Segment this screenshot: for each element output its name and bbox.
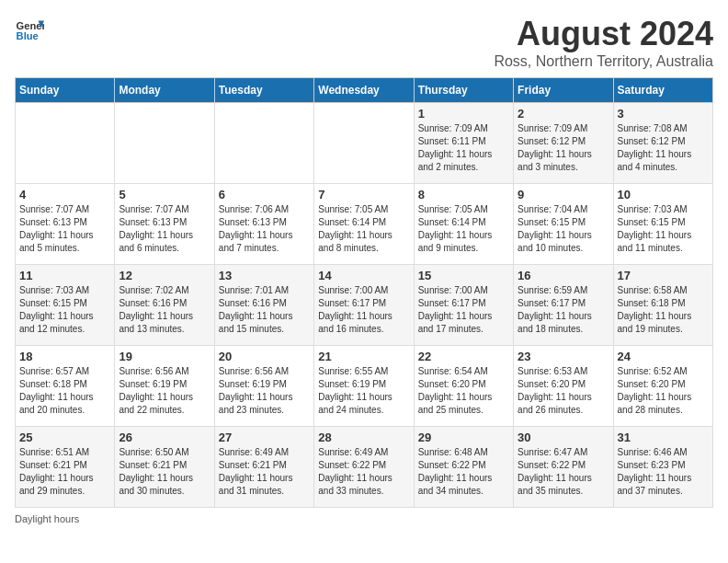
day-number: 20 bbox=[219, 350, 310, 363]
day-info: Sunrise: 6:55 AM Sunset: 6:19 PM Dayligh… bbox=[318, 365, 409, 417]
day-cell: 18Sunrise: 6:57 AM Sunset: 6:18 PM Dayli… bbox=[16, 346, 115, 427]
day-cell: 3Sunrise: 7:08 AM Sunset: 6:12 PM Daylig… bbox=[613, 103, 712, 184]
col-header-friday: Friday bbox=[514, 78, 613, 103]
day-info: Sunrise: 6:57 AM Sunset: 6:18 PM Dayligh… bbox=[19, 365, 110, 417]
day-number: 27 bbox=[219, 431, 310, 444]
day-cell: 12Sunrise: 7:02 AM Sunset: 6:16 PM Dayli… bbox=[115, 265, 214, 346]
day-info: Sunrise: 7:03 AM Sunset: 6:15 PM Dayligh… bbox=[19, 284, 110, 336]
day-number: 5 bbox=[119, 188, 210, 201]
day-number: 28 bbox=[318, 431, 409, 444]
day-cell: 5Sunrise: 7:07 AM Sunset: 6:13 PM Daylig… bbox=[115, 184, 214, 265]
day-info: Sunrise: 6:59 AM Sunset: 6:17 PM Dayligh… bbox=[518, 284, 609, 336]
day-cell: 8Sunrise: 7:05 AM Sunset: 6:14 PM Daylig… bbox=[414, 184, 513, 265]
col-header-sunday: Sunday bbox=[16, 78, 115, 103]
day-info: Sunrise: 7:03 AM Sunset: 6:15 PM Dayligh… bbox=[618, 203, 709, 255]
day-info: Sunrise: 7:09 AM Sunset: 6:11 PM Dayligh… bbox=[418, 122, 509, 174]
day-cell: 28Sunrise: 6:49 AM Sunset: 6:22 PM Dayli… bbox=[314, 427, 414, 508]
day-cell bbox=[115, 103, 214, 184]
day-info: Sunrise: 6:46 AM Sunset: 6:23 PM Dayligh… bbox=[618, 446, 709, 498]
week-row-3: 11Sunrise: 7:03 AM Sunset: 6:15 PM Dayli… bbox=[16, 265, 713, 346]
day-number: 19 bbox=[119, 350, 210, 363]
title-area: August 2024 Ross, Northern Territory, Au… bbox=[494, 15, 713, 70]
day-info: Sunrise: 7:05 AM Sunset: 6:14 PM Dayligh… bbox=[418, 203, 509, 255]
day-number: 6 bbox=[219, 188, 310, 201]
day-info: Sunrise: 7:01 AM Sunset: 6:16 PM Dayligh… bbox=[219, 284, 310, 336]
day-info: Sunrise: 7:09 AM Sunset: 6:12 PM Dayligh… bbox=[518, 122, 609, 174]
day-cell: 2Sunrise: 7:09 AM Sunset: 6:12 PM Daylig… bbox=[514, 103, 613, 184]
day-number: 31 bbox=[618, 431, 709, 444]
col-header-wednesday: Wednesday bbox=[314, 78, 414, 103]
day-info: Sunrise: 7:02 AM Sunset: 6:16 PM Dayligh… bbox=[119, 284, 210, 336]
header: General Blue August 2024 Ross, Northern … bbox=[15, 15, 713, 70]
day-number: 9 bbox=[518, 188, 609, 201]
day-cell: 7Sunrise: 7:05 AM Sunset: 6:14 PM Daylig… bbox=[314, 184, 414, 265]
day-cell: 27Sunrise: 6:49 AM Sunset: 6:21 PM Dayli… bbox=[214, 427, 313, 508]
day-info: Sunrise: 6:53 AM Sunset: 6:20 PM Dayligh… bbox=[518, 365, 609, 417]
day-cell: 16Sunrise: 6:59 AM Sunset: 6:17 PM Dayli… bbox=[514, 265, 613, 346]
day-info: Sunrise: 7:07 AM Sunset: 6:13 PM Dayligh… bbox=[119, 203, 210, 255]
col-header-thursday: Thursday bbox=[414, 78, 513, 103]
day-cell: 29Sunrise: 6:48 AM Sunset: 6:22 PM Dayli… bbox=[414, 427, 513, 508]
day-number: 14 bbox=[318, 269, 409, 282]
day-number: 26 bbox=[119, 431, 210, 444]
col-header-monday: Monday bbox=[115, 78, 214, 103]
day-cell: 31Sunrise: 6:46 AM Sunset: 6:23 PM Dayli… bbox=[613, 427, 712, 508]
day-cell bbox=[214, 103, 313, 184]
day-cell: 1Sunrise: 7:09 AM Sunset: 6:11 PM Daylig… bbox=[414, 103, 513, 184]
day-number: 8 bbox=[418, 188, 509, 201]
day-cell: 9Sunrise: 7:04 AM Sunset: 6:15 PM Daylig… bbox=[514, 184, 613, 265]
day-number: 4 bbox=[19, 188, 110, 201]
col-header-saturday: Saturday bbox=[613, 78, 712, 103]
header-row: SundayMondayTuesdayWednesdayThursdayFrid… bbox=[16, 78, 713, 103]
day-number: 18 bbox=[19, 350, 110, 363]
day-number: 15 bbox=[418, 269, 509, 282]
day-info: Sunrise: 6:51 AM Sunset: 6:21 PM Dayligh… bbox=[19, 446, 110, 498]
day-info: Sunrise: 7:08 AM Sunset: 6:12 PM Dayligh… bbox=[618, 122, 709, 174]
day-cell: 23Sunrise: 6:53 AM Sunset: 6:20 PM Dayli… bbox=[514, 346, 613, 427]
day-info: Sunrise: 7:06 AM Sunset: 6:13 PM Dayligh… bbox=[219, 203, 310, 255]
day-number: 21 bbox=[318, 350, 409, 363]
day-number: 24 bbox=[618, 350, 709, 363]
day-info: Sunrise: 6:56 AM Sunset: 6:19 PM Dayligh… bbox=[219, 365, 310, 417]
day-number: 16 bbox=[518, 269, 609, 282]
week-row-1: 1Sunrise: 7:09 AM Sunset: 6:11 PM Daylig… bbox=[16, 103, 713, 184]
day-number: 17 bbox=[618, 269, 709, 282]
main-title: August 2024 bbox=[494, 15, 713, 53]
week-row-2: 4Sunrise: 7:07 AM Sunset: 6:13 PM Daylig… bbox=[16, 184, 713, 265]
day-number: 3 bbox=[618, 107, 709, 121]
day-cell: 22Sunrise: 6:54 AM Sunset: 6:20 PM Dayli… bbox=[414, 346, 513, 427]
day-number: 13 bbox=[219, 269, 310, 282]
day-info: Sunrise: 6:52 AM Sunset: 6:20 PM Dayligh… bbox=[618, 365, 709, 417]
day-cell: 30Sunrise: 6:47 AM Sunset: 6:22 PM Dayli… bbox=[514, 427, 613, 508]
day-info: Sunrise: 7:05 AM Sunset: 6:14 PM Dayligh… bbox=[318, 203, 409, 255]
day-cell: 6Sunrise: 7:06 AM Sunset: 6:13 PM Daylig… bbox=[214, 184, 313, 265]
day-number: 11 bbox=[19, 269, 110, 282]
week-row-4: 18Sunrise: 6:57 AM Sunset: 6:18 PM Dayli… bbox=[16, 346, 713, 427]
day-info: Sunrise: 7:00 AM Sunset: 6:17 PM Dayligh… bbox=[418, 284, 509, 336]
daylight-label: Daylight hours bbox=[15, 513, 79, 524]
day-number: 25 bbox=[19, 431, 110, 444]
day-number: 12 bbox=[119, 269, 210, 282]
day-number: 1 bbox=[418, 107, 509, 121]
day-cell bbox=[16, 103, 115, 184]
day-info: Sunrise: 6:49 AM Sunset: 6:21 PM Dayligh… bbox=[219, 446, 310, 498]
day-number: 23 bbox=[518, 350, 609, 363]
day-number: 29 bbox=[418, 431, 509, 444]
day-info: Sunrise: 6:48 AM Sunset: 6:22 PM Dayligh… bbox=[418, 446, 509, 498]
day-number: 22 bbox=[418, 350, 509, 363]
day-info: Sunrise: 6:58 AM Sunset: 6:18 PM Dayligh… bbox=[618, 284, 709, 336]
col-header-tuesday: Tuesday bbox=[214, 78, 313, 103]
calendar-table: SundayMondayTuesdayWednesdayThursdayFrid… bbox=[15, 77, 713, 508]
day-cell: 26Sunrise: 6:50 AM Sunset: 6:21 PM Dayli… bbox=[115, 427, 214, 508]
day-info: Sunrise: 7:00 AM Sunset: 6:17 PM Dayligh… bbox=[318, 284, 409, 336]
day-cell: 11Sunrise: 7:03 AM Sunset: 6:15 PM Dayli… bbox=[16, 265, 115, 346]
day-info: Sunrise: 6:50 AM Sunset: 6:21 PM Dayligh… bbox=[119, 446, 210, 498]
day-cell: 19Sunrise: 6:56 AM Sunset: 6:19 PM Dayli… bbox=[115, 346, 214, 427]
day-info: Sunrise: 6:47 AM Sunset: 6:22 PM Dayligh… bbox=[518, 446, 609, 498]
logo: General Blue bbox=[15, 15, 44, 44]
day-cell: 25Sunrise: 6:51 AM Sunset: 6:21 PM Dayli… bbox=[16, 427, 115, 508]
day-cell: 13Sunrise: 7:01 AM Sunset: 6:16 PM Dayli… bbox=[214, 265, 313, 346]
day-cell: 10Sunrise: 7:03 AM Sunset: 6:15 PM Dayli… bbox=[613, 184, 712, 265]
day-cell: 21Sunrise: 6:55 AM Sunset: 6:19 PM Dayli… bbox=[314, 346, 414, 427]
day-number: 2 bbox=[518, 107, 609, 121]
